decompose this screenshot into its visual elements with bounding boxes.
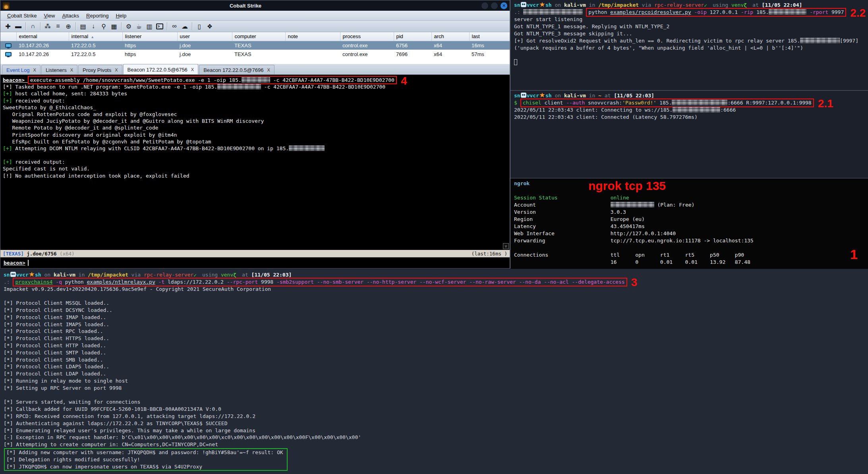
tab-close-icon[interactable]: X (191, 67, 194, 72)
scroll-down-icon[interactable]: ▽ (503, 243, 509, 249)
robot-emoji-icon (521, 2, 526, 7)
interoperability-icon[interactable]: ❖ (205, 23, 215, 30)
column-header-process[interactable]: process (340, 32, 394, 41)
console-input-bar[interactable]: beacon> (0, 257, 510, 268)
terminal-chisel[interactable]: snvvcrsh on kali-vm in ~ at [11/05 22:03… (510, 90, 868, 178)
menu-view[interactable]: View (40, 12, 58, 20)
payload-generator-icon[interactable]: ⚙ (124, 23, 134, 30)
window-titlebar[interactable]: Cobalt Strike ✕ (0, 0, 510, 11)
targets-icon[interactable]: ⊕ (63, 23, 73, 30)
column-header-pid[interactable]: pid (394, 32, 431, 41)
text-cursor (28, 260, 29, 266)
tab-close-icon[interactable]: X (70, 68, 73, 72)
column-header-computer[interactable]: computer (232, 32, 285, 41)
terminal-line: Got NTLM_TYPE_3 message skipping it... (514, 30, 864, 37)
terminal-line: EfsRpc built on EfsPotato by @zcgonvh an… (3, 138, 507, 145)
annotation-ngrok-tcp-135: ngrok tcp 135 (588, 179, 666, 193)
maximize-button[interactable] (491, 2, 498, 9)
terminal-line (514, 52, 864, 59)
terminal-line: [+] Got resolveOxid2 Request with auth_l… (514, 37, 864, 44)
cell: https (122, 41, 177, 50)
snake-emoji-icon (233, 272, 239, 277)
terminal-line: [*] Running in relay mode to single host (4, 377, 864, 385)
toolbar-separator (167, 22, 167, 30)
beacon-host-icon (5, 43, 12, 48)
cell: 172.22.0.5 (69, 41, 122, 50)
tab-listeners[interactable]: ListenersX (41, 65, 77, 74)
management-icon[interactable]: ▯ (194, 23, 205, 30)
column-header-note[interactable]: note (285, 32, 340, 41)
web-log-terminal-icon[interactable]: >_ (156, 23, 163, 29)
column-header-internal[interactable]: internal▲ (69, 32, 122, 41)
table-view-icon[interactable]: ≡ (53, 23, 63, 30)
terminal-line (4, 392, 864, 399)
screenshots-icon[interactable]: ▦ (109, 23, 119, 30)
java-applet-icon[interactable]: ☕ (134, 23, 144, 30)
terminal-line: [*] Enumerating relayed user's privilege… (4, 427, 864, 434)
terminal-line: [*] Servers started, waiting for connect… (4, 399, 864, 406)
toolbar-separator (40, 22, 41, 30)
scripted-delivery-icon[interactable]: ▥ (144, 23, 155, 30)
column-header-arch[interactable]: arch (431, 32, 469, 41)
new-connection-icon[interactable]: ✚ (3, 23, 13, 30)
redacted-text (673, 107, 720, 112)
terminal-line: [*] Authenticating against ldaps://172.2… (4, 420, 864, 427)
terminal-line: Latency 43.450417ms (514, 223, 864, 230)
menu-bar: Cobalt StrikeViewAttacksReportingHelp (0, 11, 510, 21)
tab-close-icon[interactable]: X (115, 68, 118, 72)
terminal-line: Session Status online (514, 194, 864, 201)
terminal-line: Impacket v0.9.25.dev1+20220420.175636.9a… (4, 286, 864, 293)
disconnect-icon[interactable]: ▬ (13, 23, 23, 30)
close-button[interactable]: ✕ (501, 2, 507, 9)
tab-beacon-172-22-0-5-6756[interactable]: Beacon 172.22.0.5@6756X (123, 64, 199, 74)
tab-beacon-172-22-0-5-7696[interactable]: Beacon 172.22.0.5@7696X (199, 65, 275, 74)
toolbar-separator (121, 22, 122, 30)
status-left: [TEXAS] j.doe/6756 (x64) (3, 251, 75, 257)
terminal-line: Region Europe (eu) (514, 216, 864, 223)
beacon-row[interactable]: 10.147.20.26172.22.0.5httpsj.doeTEXAScon… (0, 41, 510, 50)
highlight-box-red: chisel client --auth snovvcrash:'Passw0r… (520, 99, 814, 107)
column-header-listener[interactable]: listener (122, 32, 177, 41)
beacon-console-output[interactable]: beacon> execute-assembly /home/snovvcras… (0, 75, 510, 250)
redacted-text (217, 84, 261, 89)
terminal-ngrok[interactable]: ngrok tcp 135 1 ngrok Session Status onl… (510, 178, 868, 269)
downloads-icon[interactable]: ↓ (88, 23, 99, 30)
menu-cobalt-strike[interactable]: Cobalt Strike (4, 12, 40, 20)
tab-bar: Event LogXListenersXProxy PivotsXBeacon … (0, 64, 510, 75)
column-header-external[interactable]: external (16, 32, 69, 41)
credentials-icon[interactable]: ▤ (78, 23, 88, 30)
tab-proxy-pivots[interactable]: Proxy PivotsX (78, 65, 122, 74)
tab-close-icon[interactable]: X (33, 68, 36, 72)
tab-close-icon[interactable]: X (267, 68, 270, 72)
beacon-row[interactable]: 10.147.20.26172.22.0.5httpsj.doeTEXAScon… (0, 50, 510, 58)
terminal-line: [*] Protocol Client RPC loaded.. (4, 328, 864, 335)
graph-view-icon[interactable]: ⁂ (43, 23, 53, 30)
redacted-text (611, 202, 654, 207)
column-header-icon[interactable] (0, 32, 16, 41)
column-header-user[interactable]: user (177, 32, 232, 41)
terminal-line: [*] Protocol Client MSSQL loaded.. (4, 300, 864, 307)
terminal-ntlmrelayx[interactable]: snvvcrsh on kali-vm in /tmp/impacket via… (0, 269, 868, 474)
highlight-box-red: proxychains4 -q python examples/ntlmrela… (13, 278, 627, 286)
terminal-line: [*] Callback added for UUID 99FCFEC4-526… (4, 406, 864, 413)
terminal-line: [*] Protocol Client DCSYNC loaded.. (4, 307, 864, 314)
boom-emoji-icon (539, 93, 545, 98)
cloud-icon[interactable]: ☁ (180, 23, 190, 30)
cell: control.exe (340, 41, 394, 50)
keystrokes-icon[interactable]: ⚲ (99, 23, 109, 30)
terminal-rpcoidresolver[interactable]: snvvcrsh on kali-vm in /tmp/impacket via… (510, 0, 868, 90)
listeners-icon[interactable]: ∩ (28, 23, 38, 30)
redacted-text (769, 9, 806, 15)
terminal-line: [+] received output: (3, 97, 507, 104)
minimize-button[interactable] (481, 2, 488, 9)
cell: 172.22.0.5 (69, 50, 122, 58)
menu-help[interactable]: Help (112, 12, 130, 20)
connect-listener-icon[interactable]: ∞ (169, 23, 180, 30)
menu-attacks[interactable]: Attacks (58, 12, 83, 20)
menu-reporting[interactable]: Reporting (83, 12, 112, 20)
terminal-line: 2022/05/11 22:03:43 client: Connecting t… (514, 106, 864, 114)
tab-event-log[interactable]: Event LogX (2, 65, 41, 74)
column-header-last[interactable]: last (469, 32, 510, 41)
terminal-line: ngrok (514, 180, 864, 187)
window-controls: ✕ (481, 2, 507, 9)
